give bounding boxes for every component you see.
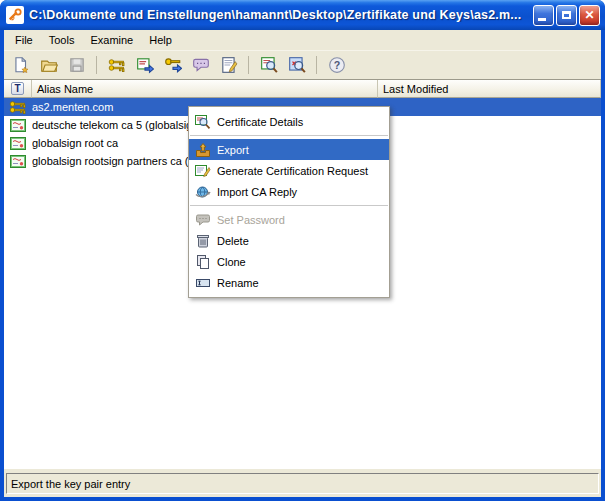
toolbar-separator — [96, 56, 97, 74]
column-header-last-modified[interactable]: Last Modified — [378, 80, 601, 98]
context-menu-separator — [190, 205, 388, 206]
close-button[interactable]: ✕ — [579, 5, 600, 26]
keystore-report-button[interactable] — [217, 54, 240, 77]
delete-trash-icon — [195, 233, 211, 249]
menu-tools[interactable]: Tools — [41, 32, 83, 48]
examine-certificate-button[interactable] — [257, 54, 280, 77]
maximize-icon — [562, 11, 571, 19]
import-ca-reply-icon — [195, 184, 211, 200]
set-password-icon — [195, 212, 211, 228]
context-menu-label: Rename — [217, 277, 259, 289]
password-bubble-icon — [192, 56, 210, 74]
window-title: C:\Dokumente und Einstellungen\hamannt\D… — [29, 8, 528, 22]
context-menu-item-rename[interactable]: Rename — [189, 272, 389, 293]
context-menu-label: Certificate Details — [217, 116, 303, 128]
export-icon — [195, 142, 211, 158]
context-menu-label: Import CA Reply — [217, 186, 297, 198]
toolbar-separator — [316, 56, 317, 74]
maximize-button[interactable] — [556, 5, 577, 26]
context-menu-label: Clone — [217, 256, 246, 268]
minimize-icon — [538, 18, 546, 21]
type-column-icon: T — [11, 82, 24, 95]
rename-icon — [195, 275, 211, 291]
title-bar: C:\Dokumente und Einstellungen\hamannt\D… — [0, 0, 605, 30]
key-pair-icon — [108, 56, 126, 74]
svg-text:?: ? — [333, 59, 340, 71]
new-file-icon — [12, 56, 30, 74]
menu-file[interactable]: File — [7, 32, 41, 48]
context-menu-item-set-password: Set Password — [189, 209, 389, 230]
menu-help[interactable]: Help — [141, 32, 180, 48]
status-text: Export the key pair entry — [6, 473, 599, 494]
certificate-details-icon — [195, 114, 211, 130]
examine-crl-button[interactable] — [285, 54, 308, 77]
import-certificate-icon — [136, 56, 154, 74]
clone-icon — [195, 254, 211, 270]
help-button[interactable]: ? — [325, 54, 348, 77]
status-bar: Export the key pair entry — [4, 469, 601, 497]
examine-crl-icon — [288, 56, 306, 74]
context-menu: Certificate Details Export Generate Cert… — [188, 106, 390, 298]
minimize-button[interactable] — [533, 5, 554, 26]
help-icon: ? — [328, 56, 346, 74]
context-menu-separator — [190, 135, 388, 136]
save-keystore-button[interactable] — [65, 54, 88, 77]
menu-bar: File Tools Examine Help — [4, 30, 601, 50]
trusted-certificate-icon — [10, 155, 26, 168]
trusted-certificate-icon — [10, 119, 26, 132]
context-menu-label: Delete — [217, 235, 249, 247]
import-key-pair-button[interactable] — [161, 54, 184, 77]
trusted-certificate-icon — [10, 137, 26, 150]
open-keystore-button[interactable] — [37, 54, 60, 77]
context-menu-label: Set Password — [217, 214, 285, 226]
menu-examine[interactable]: Examine — [82, 32, 141, 48]
new-keystore-button[interactable] — [9, 54, 32, 77]
context-menu-item-import-ca-reply[interactable]: Import CA Reply — [189, 181, 389, 202]
import-trusted-certificate-button[interactable] — [133, 54, 156, 77]
portecle-key-icon — [8, 8, 22, 22]
app-icon[interactable] — [6, 6, 24, 24]
context-menu-item-clone[interactable]: Clone — [189, 251, 389, 272]
context-menu-item-certificate-details[interactable]: Certificate Details — [189, 111, 389, 132]
report-document-icon — [220, 56, 238, 74]
column-header-type[interactable]: T — [4, 80, 32, 98]
toolbar-separator — [248, 56, 249, 74]
open-folder-icon — [40, 56, 58, 74]
import-key-pair-icon — [164, 56, 182, 74]
generate-key-pair-button[interactable] — [105, 54, 128, 77]
examine-certificate-icon — [260, 56, 278, 74]
key-pair-entry-icon — [9, 100, 27, 114]
context-menu-item-export[interactable]: Export — [189, 139, 389, 160]
set-keystore-password-button[interactable] — [189, 54, 212, 77]
application-window: C:\Dokumente und Einstellungen\hamannt\D… — [0, 0, 605, 501]
toolbar: ? — [4, 50, 601, 79]
save-floppy-icon — [68, 56, 86, 74]
context-menu-label: Export — [217, 144, 249, 156]
column-header-alias-name[interactable]: Alias Name — [32, 80, 378, 98]
table-header: T Alias Name Last Modified — [4, 80, 601, 98]
context-menu-item-generate-certification-request[interactable]: Generate Certification Request — [189, 160, 389, 181]
generate-csr-icon — [195, 163, 211, 179]
window-controls: ✕ — [533, 5, 600, 26]
close-icon: ✕ — [584, 9, 594, 21]
context-menu-label: Generate Certification Request — [217, 165, 368, 177]
context-menu-item-delete[interactable]: Delete — [189, 230, 389, 251]
